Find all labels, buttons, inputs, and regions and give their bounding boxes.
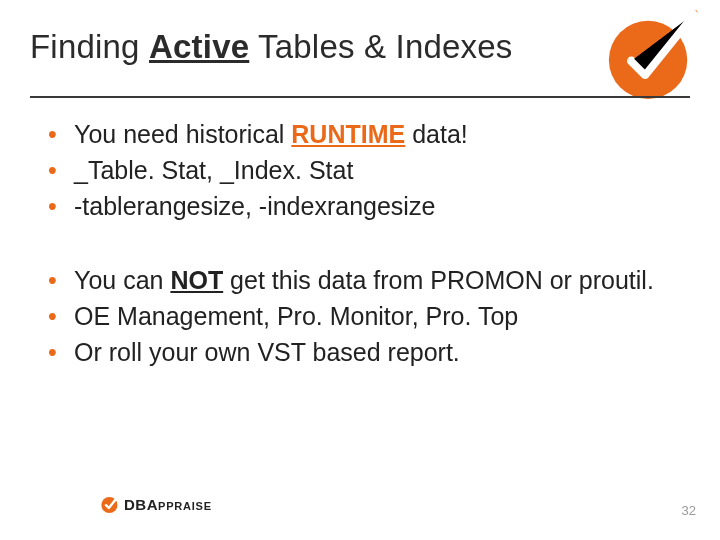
- bullet-text-pre: OE Management, Pro. Monitor, Pro. Top: [74, 302, 518, 330]
- bullet-item: You need historical RUNTIME data!: [48, 118, 668, 150]
- bullet-text-emph: NOT: [170, 266, 223, 294]
- bullet-item: OE Management, Pro. Monitor, Pro. Top: [48, 300, 668, 332]
- bullet-text-emph: RUNTIME: [291, 120, 405, 148]
- brand-checkmark-small-icon: [100, 494, 120, 514]
- footer-brand-rest: PPRAISE: [158, 500, 212, 512]
- bullet-item: _Table. Stat, _Index. Stat: [48, 154, 668, 186]
- bullet-text-pre: -tablerangesize, -indexrangesize: [74, 192, 435, 220]
- footer-brand: DBAPPRAISE: [100, 494, 212, 514]
- page-number: 32: [682, 503, 696, 518]
- bullet-item: You can NOT get this data from PROMON or…: [48, 264, 668, 296]
- title-suffix: Tables & Indexes: [249, 28, 512, 65]
- bullet-text-post: data!: [405, 120, 468, 148]
- bullet-item: -tablerangesize, -indexrangesize: [48, 190, 668, 222]
- bullet-text-pre: You need historical: [74, 120, 291, 148]
- bullet-list-2: You can NOT get this data from PROMON or…: [48, 264, 668, 368]
- bullet-text-pre: _Table. Stat, _Index. Stat: [74, 156, 353, 184]
- footer-brand-name: DBAPPRAISE: [124, 496, 212, 513]
- brand-checkmark-icon: [602, 6, 700, 104]
- footer-brand-db: DBA: [124, 496, 158, 513]
- slide-content: You need historical RUNTIME data! _Table…: [48, 118, 668, 372]
- title-divider: [30, 96, 690, 98]
- bullet-item: Or roll your own VST based report.: [48, 336, 668, 368]
- title-prefix: Finding: [30, 28, 149, 65]
- list-gap: [48, 226, 668, 264]
- bullet-list-1: You need historical RUNTIME data! _Table…: [48, 118, 668, 222]
- bullet-text-pre: Or roll your own VST based report.: [74, 338, 460, 366]
- bullet-text-post: get this data from PROMON or proutil.: [223, 266, 654, 294]
- slide-title: Finding Active Tables & Indexes: [30, 28, 513, 66]
- bullet-text-pre: You can: [74, 266, 170, 294]
- title-emphasis: Active: [149, 28, 249, 65]
- slide: Finding Active Tables & Indexes You need…: [0, 0, 720, 540]
